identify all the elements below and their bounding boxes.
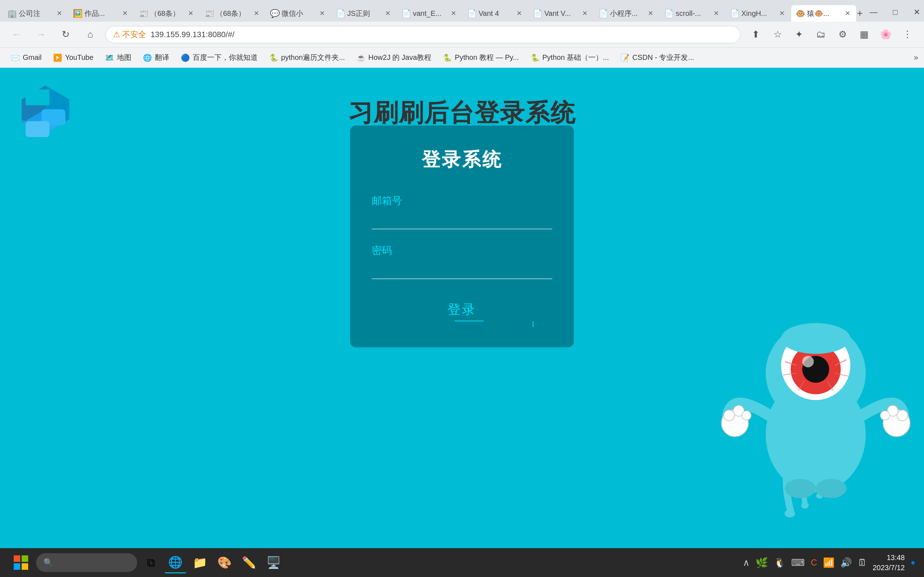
bookmark-button[interactable]: ☆ <box>768 25 787 44</box>
password-input[interactable] <box>372 260 552 279</box>
browser-frame: 🏢 公司注 ✕ 🖼️ 作品... ✕ 📰 （68条） ✕ 📰 （68条） ✕ 💬… <box>0 0 924 577</box>
bookmark-python-files[interactable]: 🐍 python遍历文件夹... <box>264 50 350 65</box>
tab-close-icon[interactable]: ✕ <box>843 9 852 18</box>
tab-vant4[interactable]: 📄 Vant 4 ✕ <box>463 5 528 22</box>
tab-favicon: 📰 <box>139 9 147 18</box>
bookmark-label: How2J 的 Java教程 <box>368 53 432 62</box>
tab-gongsizhu[interactable]: 🏢 公司注 ✕ <box>3 5 68 22</box>
tab-favicon: 📄 <box>467 9 476 18</box>
bookmark-baidu[interactable]: 🔵 百度一下，你就知道 <box>176 50 263 65</box>
tab-close-icon[interactable]: ✕ <box>383 9 392 18</box>
tab-close-icon[interactable]: ✕ <box>580 9 589 18</box>
bookmark-csdn[interactable]: 📝 CSDN - 专业开发... <box>615 50 699 65</box>
security-warning-icon: ⚠ 不安全 <box>113 29 146 40</box>
bookmark-maps[interactable]: 🗺️ 地图 <box>100 50 136 65</box>
svg-rect-36 <box>14 555 20 562</box>
back-button[interactable]: ← <box>7 25 26 44</box>
start-button[interactable] <box>9 550 33 575</box>
tab-favicon: 📰 <box>204 9 213 18</box>
tab-favicon: 📄 <box>664 9 673 18</box>
chevron-up-icon[interactable]: ∧ <box>743 557 750 568</box>
taskbar-clock[interactable]: 13:48 2023/7/12 <box>873 553 905 573</box>
taskbar-chrome[interactable]: 🌐 <box>165 552 186 574</box>
extension4-icon[interactable]: 🌸 <box>876 25 895 44</box>
bookmark-translate[interactable]: 🌐 翻译 <box>138 50 174 65</box>
tab-vantv[interactable]: 📄 Vant V... ✕ <box>528 5 593 22</box>
home-button[interactable]: ⌂ <box>81 25 100 44</box>
tab-label: scroll-... <box>676 10 701 18</box>
tab-close-icon[interactable]: ✕ <box>186 9 195 18</box>
tab-vant-[interactable]: 📄 vant_E... ✕ <box>397 5 462 22</box>
share-button[interactable]: ⬆ <box>746 25 765 44</box>
bookmarks-more-button[interactable]: » <box>914 53 918 62</box>
email-input[interactable] <box>372 211 552 229</box>
clock-date: 2023/7/12 <box>873 562 905 573</box>
taskbar-monitor[interactable]: 🖥️ <box>263 552 284 574</box>
tab-close-icon[interactable]: ✕ <box>646 9 655 18</box>
monitor-icon: 🖥️ <box>267 556 281 569</box>
task-view-icon: ⧉ <box>147 556 155 569</box>
tab-close-icon[interactable]: ✕ <box>318 9 326 18</box>
taskbar-file-explorer[interactable]: 📁 <box>189 552 211 574</box>
tab-weixin[interactable]: 💬 微信小 ✕ <box>266 5 331 22</box>
svg-point-34 <box>785 479 816 498</box>
tab-close-icon[interactable]: ✕ <box>449 9 458 18</box>
bookmark-youtube[interactable]: ▶️ YouTube <box>48 50 99 65</box>
tab-js[interactable]: 📄 JS正则 ✕ <box>331 5 396 22</box>
bookmark-how2j[interactable]: ☕ How2J 的 Java教程 <box>352 50 437 65</box>
tab-label: Vant V... <box>544 10 571 18</box>
tab-label: 作品... <box>84 9 105 18</box>
tab-close-icon[interactable]: ✕ <box>252 9 261 18</box>
tab-close-icon[interactable]: ✕ <box>515 9 523 18</box>
youtube-icon: ▶️ <box>53 53 62 62</box>
taskbar-editor[interactable]: ✏️ <box>238 552 260 574</box>
bookmark-label: 地图 <box>117 53 131 62</box>
notification-icon[interactable]: 🌿 <box>756 557 768 569</box>
new-tab-button[interactable]: + <box>857 5 863 22</box>
tab-close-icon[interactable]: ✕ <box>712 9 720 18</box>
card-title: 登录系统 <box>372 147 552 172</box>
search-icon: 🔍 <box>43 558 53 567</box>
tab-close-icon[interactable]: ✕ <box>121 9 129 18</box>
tab-zuopin[interactable]: 🖼️ 作品... ✕ <box>69 5 134 22</box>
menu-button[interactable]: ⋮ <box>898 25 917 44</box>
logo <box>6 74 85 153</box>
taskbar-task-view[interactable]: ⧉ <box>140 552 162 574</box>
tab-close-icon[interactable]: ✕ <box>777 9 786 18</box>
extension2-icon[interactable]: ⚙ <box>833 25 852 44</box>
tab-close-icon[interactable]: ✕ <box>55 9 63 18</box>
forward-button[interactable]: → <box>32 25 50 44</box>
minimize-button[interactable]: — <box>863 6 884 19</box>
input-method-icon[interactable]: ⌨ <box>791 557 805 568</box>
url-bar[interactable]: ⚠ 不安全 139.155.99.131:8080/#/ <box>105 26 741 43</box>
refresh-button[interactable]: ↻ <box>56 25 75 44</box>
penguin-icon[interactable]: 🐧 <box>774 557 785 568</box>
maximize-button[interactable]: □ <box>885 6 905 19</box>
bookmark-python-tutorial[interactable]: 🐍 Python 教程 — Py... <box>438 50 524 65</box>
tab-xingh[interactable]: 📄 XingH... ✕ <box>725 5 790 22</box>
taskbar-search[interactable]: 🔍 <box>36 553 137 572</box>
tab-scroll[interactable]: 📄 scroll-... ✕ <box>660 5 725 22</box>
taskbar-photoshop[interactable]: 🎨 <box>214 552 235 574</box>
login-button[interactable]: 登录 <box>447 301 477 318</box>
bookmark-python-basics[interactable]: 🐍 Python 基础（一）... <box>525 50 614 65</box>
extension3-icon[interactable]: ▦ <box>855 25 874 44</box>
bookmark-gmail[interactable]: ✉️ Gmail <box>6 50 47 65</box>
tab-xiaochengxu[interactable]: 📄 小程序... ✕ <box>594 5 659 22</box>
svg-point-31 <box>897 410 908 421</box>
notification-bell-icon[interactable]: ● <box>911 558 915 567</box>
email-form-group: 邮箱号 <box>372 194 552 229</box>
csdn-tray-icon[interactable]: C <box>811 558 817 567</box>
volume-icon[interactable]: 🔊 <box>840 557 852 568</box>
login-btn-container: 登录 <box>372 301 552 318</box>
tab-68cai1[interactable]: 📰 （68条） ✕ <box>134 5 199 22</box>
battery-icon[interactable]: 🗓 <box>858 557 867 568</box>
python-files-icon: 🐍 <box>269 53 278 62</box>
tab-active[interactable]: 🐵 猿🐵... ✕ <box>791 5 856 22</box>
momentum-icon[interactable]: ✦ <box>790 25 809 44</box>
close-button[interactable]: ✕ <box>907 6 924 19</box>
wifi-icon[interactable]: 📶 <box>823 557 835 568</box>
tab-label: （68条） <box>216 9 246 18</box>
tab-68cai2[interactable]: 📰 （68条） ✕ <box>200 5 265 22</box>
extension1-icon[interactable]: 🗂 <box>811 25 830 44</box>
